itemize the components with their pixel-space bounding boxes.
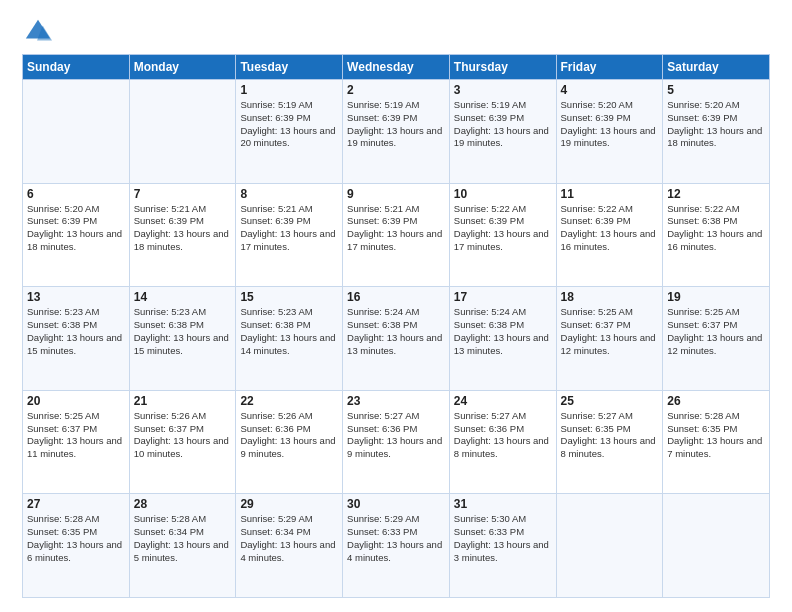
day-info: Sunrise: 5:23 AM Sunset: 6:38 PM Dayligh…: [27, 306, 125, 357]
day-number: 30: [347, 497, 445, 511]
day-info: Sunrise: 5:19 AM Sunset: 6:39 PM Dayligh…: [347, 99, 445, 150]
calendar-week-4: 20Sunrise: 5:25 AM Sunset: 6:37 PM Dayli…: [23, 390, 770, 494]
calendar-cell: 7Sunrise: 5:21 AM Sunset: 6:39 PM Daylig…: [129, 183, 236, 287]
day-number: 29: [240, 497, 338, 511]
calendar-week-5: 27Sunrise: 5:28 AM Sunset: 6:35 PM Dayli…: [23, 494, 770, 598]
calendar-cell: 12Sunrise: 5:22 AM Sunset: 6:38 PM Dayli…: [663, 183, 770, 287]
day-info: Sunrise: 5:27 AM Sunset: 6:36 PM Dayligh…: [454, 410, 552, 461]
day-of-week-saturday: Saturday: [663, 55, 770, 80]
day-of-week-wednesday: Wednesday: [343, 55, 450, 80]
calendar-cell: 16Sunrise: 5:24 AM Sunset: 6:38 PM Dayli…: [343, 287, 450, 391]
calendar-cell: 18Sunrise: 5:25 AM Sunset: 6:37 PM Dayli…: [556, 287, 663, 391]
day-number: 26: [667, 394, 765, 408]
day-number: 11: [561, 187, 659, 201]
day-info: Sunrise: 5:21 AM Sunset: 6:39 PM Dayligh…: [134, 203, 232, 254]
day-number: 3: [454, 83, 552, 97]
calendar-cell: 6Sunrise: 5:20 AM Sunset: 6:39 PM Daylig…: [23, 183, 130, 287]
day-number: 16: [347, 290, 445, 304]
day-number: 7: [134, 187, 232, 201]
day-info: Sunrise: 5:22 AM Sunset: 6:38 PM Dayligh…: [667, 203, 765, 254]
calendar-cell: [129, 80, 236, 184]
day-number: 24: [454, 394, 552, 408]
day-info: Sunrise: 5:23 AM Sunset: 6:38 PM Dayligh…: [134, 306, 232, 357]
day-number: 14: [134, 290, 232, 304]
calendar-cell: 31Sunrise: 5:30 AM Sunset: 6:33 PM Dayli…: [449, 494, 556, 598]
day-info: Sunrise: 5:29 AM Sunset: 6:34 PM Dayligh…: [240, 513, 338, 564]
day-info: Sunrise: 5:20 AM Sunset: 6:39 PM Dayligh…: [27, 203, 125, 254]
day-info: Sunrise: 5:26 AM Sunset: 6:36 PM Dayligh…: [240, 410, 338, 461]
day-number: 19: [667, 290, 765, 304]
calendar-cell: 29Sunrise: 5:29 AM Sunset: 6:34 PM Dayli…: [236, 494, 343, 598]
day-number: 28: [134, 497, 232, 511]
day-info: Sunrise: 5:28 AM Sunset: 6:35 PM Dayligh…: [27, 513, 125, 564]
day-info: Sunrise: 5:24 AM Sunset: 6:38 PM Dayligh…: [347, 306, 445, 357]
day-of-week-monday: Monday: [129, 55, 236, 80]
calendar-cell: 22Sunrise: 5:26 AM Sunset: 6:36 PM Dayli…: [236, 390, 343, 494]
day-info: Sunrise: 5:30 AM Sunset: 6:33 PM Dayligh…: [454, 513, 552, 564]
calendar-cell: 13Sunrise: 5:23 AM Sunset: 6:38 PM Dayli…: [23, 287, 130, 391]
day-number: 18: [561, 290, 659, 304]
calendar-cell: 30Sunrise: 5:29 AM Sunset: 6:33 PM Dayli…: [343, 494, 450, 598]
day-of-week-sunday: Sunday: [23, 55, 130, 80]
day-number: 13: [27, 290, 125, 304]
day-number: 5: [667, 83, 765, 97]
day-number: 9: [347, 187, 445, 201]
calendar-week-3: 13Sunrise: 5:23 AM Sunset: 6:38 PM Dayli…: [23, 287, 770, 391]
day-number: 22: [240, 394, 338, 408]
calendar-cell: 4Sunrise: 5:20 AM Sunset: 6:39 PM Daylig…: [556, 80, 663, 184]
day-info: Sunrise: 5:27 AM Sunset: 6:35 PM Dayligh…: [561, 410, 659, 461]
day-info: Sunrise: 5:24 AM Sunset: 6:38 PM Dayligh…: [454, 306, 552, 357]
calendar-cell: 25Sunrise: 5:27 AM Sunset: 6:35 PM Dayli…: [556, 390, 663, 494]
day-number: 15: [240, 290, 338, 304]
calendar-cell: 24Sunrise: 5:27 AM Sunset: 6:36 PM Dayli…: [449, 390, 556, 494]
calendar-cell: 14Sunrise: 5:23 AM Sunset: 6:38 PM Dayli…: [129, 287, 236, 391]
day-info: Sunrise: 5:25 AM Sunset: 6:37 PM Dayligh…: [561, 306, 659, 357]
calendar-cell: [556, 494, 663, 598]
day-info: Sunrise: 5:27 AM Sunset: 6:36 PM Dayligh…: [347, 410, 445, 461]
calendar-cell: 15Sunrise: 5:23 AM Sunset: 6:38 PM Dayli…: [236, 287, 343, 391]
calendar-cell: 8Sunrise: 5:21 AM Sunset: 6:39 PM Daylig…: [236, 183, 343, 287]
day-number: 23: [347, 394, 445, 408]
day-number: 10: [454, 187, 552, 201]
calendar-cell: 17Sunrise: 5:24 AM Sunset: 6:38 PM Dayli…: [449, 287, 556, 391]
day-number: 12: [667, 187, 765, 201]
day-number: 4: [561, 83, 659, 97]
day-info: Sunrise: 5:26 AM Sunset: 6:37 PM Dayligh…: [134, 410, 232, 461]
calendar-cell: 20Sunrise: 5:25 AM Sunset: 6:37 PM Dayli…: [23, 390, 130, 494]
header: [22, 18, 770, 46]
day-number: 6: [27, 187, 125, 201]
day-number: 25: [561, 394, 659, 408]
day-number: 2: [347, 83, 445, 97]
calendar-header: SundayMondayTuesdayWednesdayThursdayFrid…: [23, 55, 770, 80]
day-number: 1: [240, 83, 338, 97]
day-of-week-friday: Friday: [556, 55, 663, 80]
calendar-cell: [23, 80, 130, 184]
calendar-cell: 9Sunrise: 5:21 AM Sunset: 6:39 PM Daylig…: [343, 183, 450, 287]
day-of-week-tuesday: Tuesday: [236, 55, 343, 80]
calendar-cell: [663, 494, 770, 598]
calendar-cell: 28Sunrise: 5:28 AM Sunset: 6:34 PM Dayli…: [129, 494, 236, 598]
day-number: 27: [27, 497, 125, 511]
day-info: Sunrise: 5:28 AM Sunset: 6:34 PM Dayligh…: [134, 513, 232, 564]
days-of-week-row: SundayMondayTuesdayWednesdayThursdayFrid…: [23, 55, 770, 80]
day-info: Sunrise: 5:28 AM Sunset: 6:35 PM Dayligh…: [667, 410, 765, 461]
day-info: Sunrise: 5:25 AM Sunset: 6:37 PM Dayligh…: [667, 306, 765, 357]
calendar-cell: 5Sunrise: 5:20 AM Sunset: 6:39 PM Daylig…: [663, 80, 770, 184]
day-info: Sunrise: 5:21 AM Sunset: 6:39 PM Dayligh…: [347, 203, 445, 254]
day-number: 21: [134, 394, 232, 408]
calendar-week-1: 1Sunrise: 5:19 AM Sunset: 6:39 PM Daylig…: [23, 80, 770, 184]
day-info: Sunrise: 5:22 AM Sunset: 6:39 PM Dayligh…: [454, 203, 552, 254]
day-info: Sunrise: 5:21 AM Sunset: 6:39 PM Dayligh…: [240, 203, 338, 254]
day-number: 31: [454, 497, 552, 511]
calendar-cell: 2Sunrise: 5:19 AM Sunset: 6:39 PM Daylig…: [343, 80, 450, 184]
day-info: Sunrise: 5:25 AM Sunset: 6:37 PM Dayligh…: [27, 410, 125, 461]
day-number: 8: [240, 187, 338, 201]
calendar-table: SundayMondayTuesdayWednesdayThursdayFrid…: [22, 54, 770, 598]
day-info: Sunrise: 5:20 AM Sunset: 6:39 PM Dayligh…: [667, 99, 765, 150]
day-info: Sunrise: 5:19 AM Sunset: 6:39 PM Dayligh…: [240, 99, 338, 150]
page: SundayMondayTuesdayWednesdayThursdayFrid…: [0, 0, 792, 612]
day-info: Sunrise: 5:23 AM Sunset: 6:38 PM Dayligh…: [240, 306, 338, 357]
calendar-cell: 19Sunrise: 5:25 AM Sunset: 6:37 PM Dayli…: [663, 287, 770, 391]
calendar-cell: 11Sunrise: 5:22 AM Sunset: 6:39 PM Dayli…: [556, 183, 663, 287]
day-info: Sunrise: 5:20 AM Sunset: 6:39 PM Dayligh…: [561, 99, 659, 150]
